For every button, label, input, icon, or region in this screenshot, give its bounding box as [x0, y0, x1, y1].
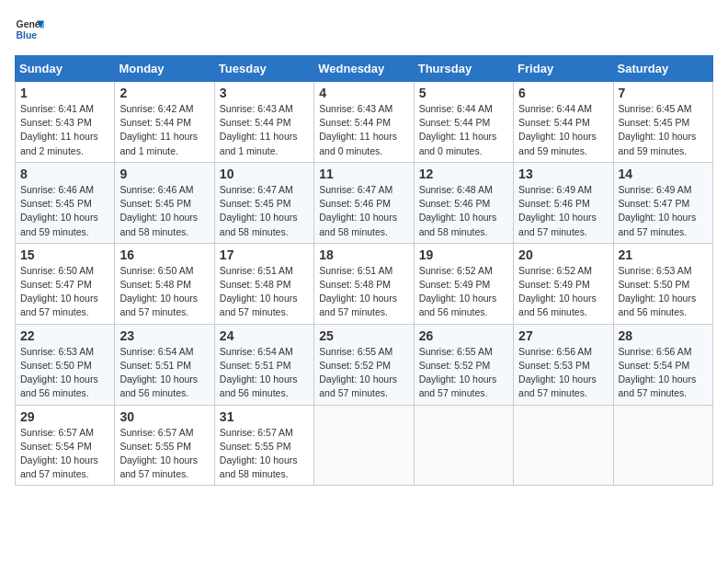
day-cell: 18Sunrise: 6:51 AM Sunset: 5:48 PM Dayli…	[314, 243, 414, 324]
day-cell: 10Sunrise: 6:47 AM Sunset: 5:45 PM Dayli…	[214, 162, 313, 243]
logo: General Blue	[15, 15, 44, 44]
day-cell: 1Sunrise: 6:41 AM Sunset: 5:43 PM Daylig…	[16, 82, 115, 163]
day-cell: 21Sunrise: 6:53 AM Sunset: 5:50 PM Dayli…	[613, 243, 712, 324]
day-number: 22	[20, 328, 109, 343]
day-detail: Sunrise: 6:53 AM Sunset: 5:50 PM Dayligh…	[20, 345, 109, 401]
day-detail: Sunrise: 6:57 AM Sunset: 5:55 PM Dayligh…	[119, 426, 209, 482]
day-number: 12	[419, 167, 508, 181]
calendar-table: SundayMondayTuesdayWednesdayThursdayFrid…	[15, 55, 713, 486]
day-detail: Sunrise: 6:47 AM Sunset: 5:45 PM Dayligh…	[220, 183, 309, 239]
day-cell: 25Sunrise: 6:55 AM Sunset: 5:52 PM Dayli…	[314, 324, 414, 405]
day-cell: 14Sunrise: 6:49 AM Sunset: 5:47 PM Dayli…	[613, 162, 712, 243]
day-cell: 3Sunrise: 6:43 AM Sunset: 5:44 PM Daylig…	[214, 82, 313, 163]
day-cell: 22Sunrise: 6:53 AM Sunset: 5:50 PM Dayli…	[16, 324, 115, 405]
day-number: 4	[319, 86, 408, 100]
day-number: 15	[20, 247, 109, 262]
calendar-header-row: SundayMondayTuesdayWednesdayThursdayFrid…	[16, 56, 713, 82]
day-detail: Sunrise: 6:56 AM Sunset: 5:53 PM Dayligh…	[518, 345, 608, 401]
day-detail: Sunrise: 6:44 AM Sunset: 5:44 PM Dayligh…	[518, 102, 608, 158]
day-cell: 12Sunrise: 6:48 AM Sunset: 5:46 PM Dayli…	[414, 162, 513, 243]
day-cell: 9Sunrise: 6:46 AM Sunset: 5:45 PM Daylig…	[115, 162, 214, 243]
day-number: 3	[220, 86, 309, 100]
logo-icon: General Blue	[15, 15, 44, 44]
day-detail: Sunrise: 6:49 AM Sunset: 5:46 PM Dayligh…	[518, 183, 608, 239]
day-number: 6	[518, 86, 608, 100]
day-cell: 17Sunrise: 6:51 AM Sunset: 5:48 PM Dayli…	[214, 243, 313, 324]
day-detail: Sunrise: 6:57 AM Sunset: 5:55 PM Dayligh…	[220, 426, 309, 482]
calendar-body: 1Sunrise: 6:41 AM Sunset: 5:43 PM Daylig…	[16, 82, 713, 486]
day-detail: Sunrise: 6:42 AM Sunset: 5:44 PM Dayligh…	[119, 102, 209, 158]
day-detail: Sunrise: 6:52 AM Sunset: 5:49 PM Dayligh…	[419, 264, 508, 320]
day-detail: Sunrise: 6:51 AM Sunset: 5:48 PM Dayligh…	[220, 264, 309, 320]
day-number: 11	[319, 167, 408, 181]
day-detail: Sunrise: 6:54 AM Sunset: 5:51 PM Dayligh…	[220, 345, 309, 401]
day-number: 30	[119, 409, 209, 424]
day-number: 2	[119, 86, 209, 100]
day-number: 29	[20, 409, 109, 424]
day-cell: 23Sunrise: 6:54 AM Sunset: 5:51 PM Dayli…	[115, 324, 214, 405]
day-cell: 2Sunrise: 6:42 AM Sunset: 5:44 PM Daylig…	[115, 82, 214, 163]
day-cell: 4Sunrise: 6:43 AM Sunset: 5:44 PM Daylig…	[314, 82, 414, 163]
col-header-thursday: Thursday	[414, 56, 513, 82]
day-cell: 26Sunrise: 6:55 AM Sunset: 5:52 PM Dayli…	[414, 324, 513, 405]
day-detail: Sunrise: 6:49 AM Sunset: 5:47 PM Dayligh…	[619, 183, 708, 239]
day-cell: 20Sunrise: 6:52 AM Sunset: 5:49 PM Dayli…	[514, 243, 613, 324]
day-detail: Sunrise: 6:46 AM Sunset: 5:45 PM Dayligh…	[119, 183, 209, 239]
day-number: 17	[220, 247, 309, 262]
day-number: 10	[220, 167, 309, 181]
page-header: General Blue	[15, 15, 713, 44]
col-header-saturday: Saturday	[613, 56, 712, 82]
day-detail: Sunrise: 6:55 AM Sunset: 5:52 PM Dayligh…	[419, 345, 508, 401]
day-detail: Sunrise: 6:53 AM Sunset: 5:50 PM Dayligh…	[619, 264, 708, 320]
day-number: 25	[319, 328, 408, 343]
day-cell: 28Sunrise: 6:56 AM Sunset: 5:54 PM Dayli…	[613, 324, 712, 405]
day-detail: Sunrise: 6:51 AM Sunset: 5:48 PM Dayligh…	[319, 264, 408, 320]
day-number: 23	[119, 328, 209, 343]
day-cell: 7Sunrise: 6:45 AM Sunset: 5:45 PM Daylig…	[613, 82, 712, 163]
day-detail: Sunrise: 6:43 AM Sunset: 5:44 PM Dayligh…	[220, 102, 309, 158]
day-cell: 11Sunrise: 6:47 AM Sunset: 5:46 PM Dayli…	[314, 162, 414, 243]
day-cell	[613, 405, 712, 486]
day-cell: 19Sunrise: 6:52 AM Sunset: 5:49 PM Dayli…	[414, 243, 513, 324]
day-number: 16	[119, 247, 209, 262]
day-number: 31	[220, 409, 309, 424]
day-number: 21	[619, 247, 708, 262]
day-cell: 6Sunrise: 6:44 AM Sunset: 5:44 PM Daylig…	[514, 82, 613, 163]
day-detail: Sunrise: 6:48 AM Sunset: 5:46 PM Dayligh…	[419, 183, 508, 239]
day-number: 20	[518, 247, 608, 262]
day-detail: Sunrise: 6:43 AM Sunset: 5:44 PM Dayligh…	[319, 102, 408, 158]
day-cell: 27Sunrise: 6:56 AM Sunset: 5:53 PM Dayli…	[514, 324, 613, 405]
svg-text:Blue: Blue	[17, 30, 38, 40]
day-number: 5	[419, 86, 508, 100]
day-cell: 5Sunrise: 6:44 AM Sunset: 5:44 PM Daylig…	[414, 82, 513, 163]
day-cell: 29Sunrise: 6:57 AM Sunset: 5:54 PM Dayli…	[16, 405, 115, 486]
day-detail: Sunrise: 6:52 AM Sunset: 5:49 PM Dayligh…	[518, 264, 608, 320]
day-number: 19	[419, 247, 508, 262]
day-detail: Sunrise: 6:41 AM Sunset: 5:43 PM Dayligh…	[20, 102, 109, 158]
day-detail: Sunrise: 6:55 AM Sunset: 5:52 PM Dayligh…	[319, 345, 408, 401]
col-header-friday: Friday	[514, 56, 613, 82]
day-detail: Sunrise: 6:56 AM Sunset: 5:54 PM Dayligh…	[619, 345, 708, 401]
day-number: 8	[20, 167, 109, 181]
day-detail: Sunrise: 6:45 AM Sunset: 5:45 PM Dayligh…	[619, 102, 708, 158]
day-number: 13	[518, 167, 608, 181]
day-number: 9	[119, 167, 209, 181]
day-cell: 13Sunrise: 6:49 AM Sunset: 5:46 PM Dayli…	[514, 162, 613, 243]
day-number: 27	[518, 328, 608, 343]
day-number: 28	[619, 328, 708, 343]
week-row-1: 1Sunrise: 6:41 AM Sunset: 5:43 PM Daylig…	[16, 82, 713, 163]
day-cell	[514, 405, 613, 486]
week-row-3: 15Sunrise: 6:50 AM Sunset: 5:47 PM Dayli…	[16, 243, 713, 324]
day-detail: Sunrise: 6:50 AM Sunset: 5:47 PM Dayligh…	[20, 264, 109, 320]
day-cell: 15Sunrise: 6:50 AM Sunset: 5:47 PM Dayli…	[16, 243, 115, 324]
day-cell: 24Sunrise: 6:54 AM Sunset: 5:51 PM Dayli…	[214, 324, 313, 405]
day-detail: Sunrise: 6:54 AM Sunset: 5:51 PM Dayligh…	[119, 345, 209, 401]
day-number: 24	[220, 328, 309, 343]
col-header-tuesday: Tuesday	[214, 56, 313, 82]
day-detail: Sunrise: 6:57 AM Sunset: 5:54 PM Dayligh…	[20, 426, 109, 482]
day-number: 26	[419, 328, 508, 343]
day-detail: Sunrise: 6:47 AM Sunset: 5:46 PM Dayligh…	[319, 183, 408, 239]
day-cell: 31Sunrise: 6:57 AM Sunset: 5:55 PM Dayli…	[214, 405, 313, 486]
day-cell: 16Sunrise: 6:50 AM Sunset: 5:48 PM Dayli…	[115, 243, 214, 324]
col-header-monday: Monday	[115, 56, 214, 82]
